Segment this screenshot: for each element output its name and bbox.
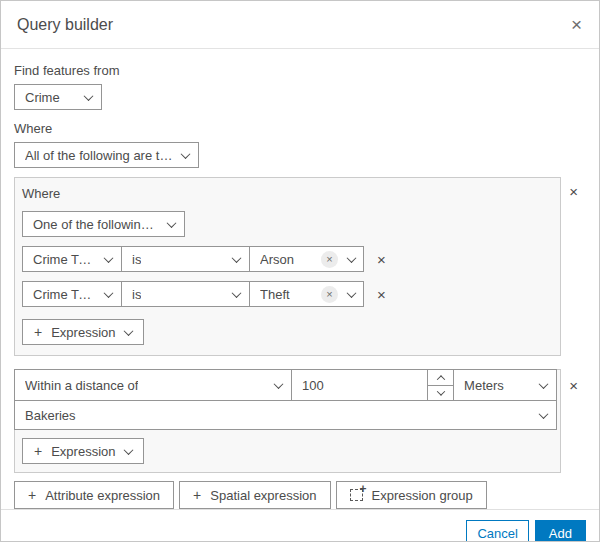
plus-icon: +	[193, 487, 201, 503]
remove-group-icon[interactable]: ×	[569, 378, 578, 393]
operator-select-value: is	[132, 287, 141, 302]
spatial-operator-select[interactable]: Within a distance of	[14, 369, 292, 401]
add-attribute-expression-button[interactable]: + Attribute expression	[14, 481, 174, 509]
close-icon[interactable]: ×	[571, 15, 582, 34]
attribute-expression-label: Attribute expression	[45, 488, 160, 503]
chevron-down-icon	[232, 288, 242, 298]
add-expression-button[interactable]: + Expression	[22, 438, 144, 464]
chevron-down-icon	[123, 326, 133, 336]
add-expression-label: Expression	[51, 444, 115, 459]
remove-expression-icon[interactable]: ×	[377, 287, 386, 302]
add-expression-group-button[interactable]: Expression group	[336, 481, 487, 509]
value-select[interactable]: Arson ×	[249, 246, 364, 272]
plus-icon: +	[34, 443, 42, 459]
target-layer-select[interactable]: Bakeries	[14, 400, 557, 430]
logical-operator-value: All of the following are true	[25, 148, 174, 163]
expression-group-label: Expression group	[372, 488, 473, 503]
field-select[interactable]: Crime Type	[22, 246, 122, 272]
plus-icon: +	[34, 324, 42, 340]
chevron-down-icon	[167, 218, 177, 228]
expression-row: Crime Type is Arson × ×	[22, 246, 553, 272]
expression-group-2: Within a distance of Meters	[14, 369, 561, 473]
where-label: Where	[14, 121, 586, 136]
distance-stepper	[427, 370, 453, 400]
logical-operator-select[interactable]: All of the following are true	[14, 142, 199, 168]
chevron-down-icon	[181, 149, 191, 159]
chevron-up-icon	[436, 375, 444, 383]
chevron-down-icon	[104, 253, 114, 263]
add-expression-label: Expression	[51, 325, 115, 340]
clear-value-icon[interactable]: ×	[321, 251, 338, 268]
chevron-down-icon	[84, 91, 94, 101]
builder-actions: + Attribute expression + Spatial express…	[14, 481, 586, 509]
add-button[interactable]: Add	[535, 520, 586, 542]
expression-group-icon	[350, 489, 363, 501]
clear-value-icon[interactable]: ×	[321, 286, 338, 303]
distance-input-group	[291, 369, 454, 401]
chevron-down-icon	[436, 387, 444, 395]
page-title: Query builder	[17, 16, 113, 34]
field-select-value: Crime Type	[33, 287, 97, 302]
expression-group-2-row: Within a distance of Meters	[14, 369, 586, 473]
value-select-value: Arson	[260, 252, 294, 267]
plus-icon: +	[28, 487, 36, 503]
cancel-button[interactable]: Cancel	[466, 520, 528, 542]
remove-expression-icon[interactable]: ×	[377, 252, 386, 267]
chevron-down-icon	[274, 379, 284, 389]
unit-select-value: Meters	[464, 378, 504, 393]
chevron-down-icon	[539, 379, 549, 389]
expression-row: Crime Type is Theft × ×	[22, 281, 553, 307]
field-select-value: Crime Type	[33, 252, 97, 267]
add-spatial-expression-button[interactable]: + Spatial expression	[179, 481, 330, 509]
stepper-down-button[interactable]	[428, 385, 453, 400]
chevron-down-icon	[347, 288, 357, 298]
chevron-down-icon	[347, 253, 357, 263]
group-logical-operator-select[interactable]: One of the following are tr…	[22, 211, 185, 237]
group-where-label: Where	[22, 186, 553, 201]
query-builder-dialog: Query builder × Find features from Crime…	[0, 0, 600, 542]
stepper-up-button[interactable]	[428, 370, 453, 385]
unit-select[interactable]: Meters	[453, 369, 557, 401]
remove-group-column: ×	[561, 369, 586, 393]
expression-group-1-row: Where One of the following are tr… Crime…	[14, 177, 586, 369]
operator-select-value: is	[132, 252, 141, 267]
target-layer-value: Bakeries	[25, 408, 76, 423]
chevron-down-icon	[539, 409, 549, 419]
dialog-body: Find features from Crime Where All of th…	[1, 49, 599, 509]
chevron-down-icon	[123, 445, 133, 455]
layer-select[interactable]: Crime	[14, 84, 102, 110]
distance-input[interactable]	[292, 370, 427, 400]
operator-select[interactable]: is	[121, 246, 250, 272]
chevron-down-icon	[104, 288, 114, 298]
add-expression-button[interactable]: + Expression	[22, 319, 144, 345]
expression-group-1: Where One of the following are tr… Crime…	[14, 177, 561, 356]
dialog-header: Query builder ×	[1, 1, 599, 49]
layer-select-value: Crime	[25, 90, 60, 105]
group-logical-operator-value: One of the following are tr…	[33, 217, 160, 232]
dialog-footer: Cancel Add	[1, 509, 599, 542]
spatial-operator-value: Within a distance of	[25, 378, 138, 393]
remove-group-icon[interactable]: ×	[569, 184, 578, 199]
chevron-down-icon	[232, 253, 242, 263]
field-select[interactable]: Crime Type	[22, 281, 122, 307]
spatial-expression-label: Spatial expression	[210, 488, 316, 503]
operator-select[interactable]: is	[121, 281, 250, 307]
target-layer-row: Bakeries	[14, 400, 557, 430]
remove-group-column: ×	[561, 177, 586, 199]
spatial-expression-row: Within a distance of Meters	[14, 369, 557, 401]
value-select[interactable]: Theft ×	[249, 281, 364, 307]
find-features-label: Find features from	[14, 63, 586, 78]
value-select-value: Theft	[260, 287, 290, 302]
